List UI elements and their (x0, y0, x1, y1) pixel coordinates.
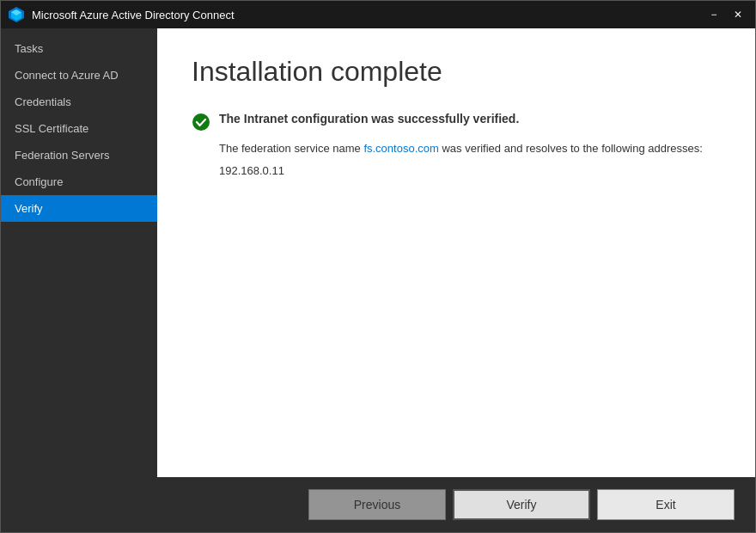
sidebar-item-credentials[interactable]: Credentials (1, 89, 157, 115)
sidebar-item-verify[interactable]: Verify (1, 195, 157, 222)
description-text: The federation service name fs.contoso.c… (219, 140, 721, 157)
federation-service-link[interactable]: fs.contoso.com (363, 142, 438, 155)
exit-button[interactable]: Exit (597, 489, 735, 520)
sidebar-item-configure[interactable]: Configure (1, 168, 157, 195)
app-icon (8, 6, 25, 23)
ip-address: 192.168.0.11 (219, 164, 721, 177)
sidebar-item-fed-servers[interactable]: Federation Servers (1, 142, 157, 168)
content-body: Installation complete The Intranet confi… (157, 28, 755, 477)
window-controls: − ✕ (704, 6, 748, 23)
sidebar-item-tasks[interactable]: Tasks (1, 35, 157, 62)
footer: Previous Verify Exit (1, 477, 755, 532)
window-title: Microsoft Azure Active Directory Connect (32, 9, 704, 21)
content-area: Installation complete The Intranet confi… (157, 28, 755, 477)
title-bar: Microsoft Azure Active Directory Connect… (1, 1, 755, 28)
sidebar-item-connect-azure[interactable]: Connect to Azure AD (1, 62, 157, 89)
main-area: Tasks Connect to Azure AD Credentials SS… (1, 28, 755, 477)
previous-button[interactable]: Previous (308, 489, 446, 520)
success-row: The Intranet configuration was successfu… (192, 112, 721, 132)
success-message: The Intranet configuration was successfu… (219, 112, 519, 126)
minimize-button[interactable]: − (704, 6, 724, 23)
sidebar-item-ssl-cert[interactable]: SSL Certificate (1, 115, 157, 142)
verify-button[interactable]: Verify (453, 489, 590, 520)
close-button[interactable]: ✕ (728, 6, 748, 23)
check-circle-icon (192, 113, 210, 132)
page-title: Installation complete (192, 56, 721, 88)
app-window: Microsoft Azure Active Directory Connect… (0, 0, 756, 533)
svg-point-3 (192, 113, 210, 131)
sidebar: Tasks Connect to Azure AD Credentials SS… (1, 28, 157, 477)
